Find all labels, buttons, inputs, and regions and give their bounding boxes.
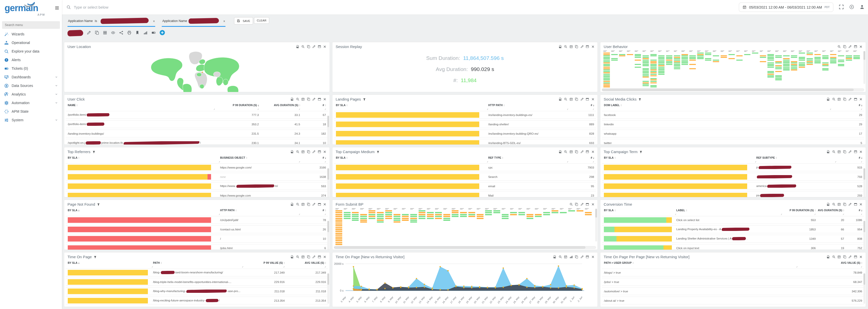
- flow-node[interactable]: [822, 65, 829, 66]
- flow-node[interactable]: [658, 60, 664, 61]
- zoom-icon[interactable]: [296, 255, 300, 259]
- flow-visualization[interactable]: [602, 50, 862, 88]
- pencil-icon[interactable]: [580, 150, 584, 154]
- flow-node[interactable]: [635, 60, 641, 61]
- flow-node[interactable]: [394, 216, 400, 217]
- flow-node[interactable]: [744, 54, 750, 55]
- close-icon[interactable]: [323, 203, 327, 206]
- flow-node[interactable]: [418, 214, 425, 215]
- vertical-scrollbar[interactable]: [863, 51, 865, 84]
- flow-node[interactable]: [791, 67, 797, 68]
- flow-node[interactable]: [335, 210, 342, 212]
- flow-node[interactable]: [418, 216, 425, 217]
- flow-node[interactable]: [603, 75, 610, 76]
- grid-icon[interactable]: [103, 31, 107, 36]
- flow-node[interactable]: [658, 61, 664, 62]
- flow-node[interactable]: [767, 75, 774, 76]
- zoom-icon[interactable]: [832, 255, 836, 259]
- flow-node[interactable]: [369, 218, 375, 219]
- zoom-icon[interactable]: [559, 255, 562, 259]
- flow-node[interactable]: [681, 61, 688, 62]
- flow-node[interactable]: [822, 64, 829, 65]
- global-search-input[interactable]: [74, 5, 276, 9]
- table-row[interactable]: /blog-why-manufacturing--ase-pro...211.0…: [66, 287, 328, 295]
- flow-node[interactable]: [775, 65, 781, 66]
- table-row[interactable]: /landing-shelter/889: [334, 120, 596, 128]
- pencil-icon[interactable]: [312, 45, 316, 49]
- remove-filter-icon[interactable]: x: [223, 20, 225, 23]
- flow-node[interactable]: [650, 86, 657, 87]
- flow-node[interactable]: [846, 57, 852, 58]
- column-resize-handle[interactable]: //: [676, 213, 782, 216]
- pencil-icon[interactable]: [848, 45, 852, 49]
- close-icon[interactable]: [323, 150, 327, 154]
- flow-node[interactable]: [650, 71, 657, 72]
- filter-funnel-icon[interactable]: [94, 255, 97, 258]
- table-row[interactable]: /portfolio-item/777.333.167: [66, 111, 328, 119]
- flow-node[interactable]: [728, 58, 735, 59]
- column-header[interactable]: P 99 DURATION (S)▴▾: [215, 102, 259, 107]
- column-resize-handle[interactable]: //: [798, 265, 862, 269]
- flow-node[interactable]: [394, 220, 400, 221]
- flow-node[interactable]: [643, 71, 649, 72]
- pencil-icon[interactable]: [312, 97, 316, 101]
- flow-node[interactable]: [603, 78, 610, 79]
- flow-node[interactable]: [752, 53, 758, 54]
- copy-icon[interactable]: [843, 45, 846, 49]
- flow-node[interactable]: [650, 67, 657, 68]
- flow-node[interactable]: [783, 61, 789, 62]
- flow-node[interactable]: [830, 62, 836, 63]
- column-header[interactable]: #▴▾: [300, 208, 326, 213]
- flow-node[interactable]: [427, 216, 434, 217]
- flow-node[interactable]: [619, 54, 625, 55]
- flow-node[interactable]: [650, 82, 657, 83]
- flow-node[interactable]: [650, 65, 657, 66]
- flow-node[interactable]: [643, 69, 649, 70]
- flow-node[interactable]: [643, 57, 649, 58]
- table-row[interactable]: /jobs.html6: [66, 244, 328, 250]
- flow-node[interactable]: [721, 55, 727, 56]
- column-header[interactable]: P 99 VALUE (S)▴▾: [243, 260, 285, 265]
- flow-node[interactable]: [767, 74, 774, 75]
- copy-icon[interactable]: [843, 97, 846, 101]
- zoom-icon[interactable]: [837, 45, 841, 49]
- cal-icon[interactable]: [301, 255, 305, 259]
- flow-node[interactable]: [830, 54, 836, 55]
- column-header[interactable]: #▴▾: [300, 155, 326, 160]
- table-row[interactable]: /cHJpdmFjaW78: [66, 216, 328, 224]
- flow-node[interactable]: [674, 68, 680, 69]
- flow-node[interactable]: [452, 212, 459, 213]
- flow-node[interactable]: [335, 233, 342, 234]
- flow-node[interactable]: [435, 218, 442, 219]
- flow-node[interactable]: [452, 216, 459, 217]
- flow-node[interactable]: [807, 53, 813, 54]
- column-resize-handle[interactable]: //: [300, 107, 326, 111]
- cal-icon[interactable]: [569, 150, 573, 154]
- flow-node[interactable]: [775, 57, 781, 58]
- flow-node[interactable]: [435, 216, 442, 217]
- flow-node[interactable]: [822, 58, 829, 59]
- column-header[interactable]: BY SLA▴▾: [604, 208, 676, 213]
- column-resize-handle[interactable]: //: [68, 213, 220, 216]
- close-icon[interactable]: [859, 255, 863, 259]
- flow-node[interactable]: [519, 214, 525, 215]
- table-row[interactable]: america528: [602, 182, 864, 190]
- flow-node[interactable]: [603, 64, 610, 65]
- flow-node[interactable]: [427, 218, 434, 219]
- cal-icon[interactable]: [301, 203, 305, 206]
- column-resize-handle[interactable]: //: [488, 160, 568, 163]
- flow-node[interactable]: [603, 79, 610, 80]
- flow-node[interactable]: [352, 212, 359, 213]
- flow-node[interactable]: [460, 212, 467, 213]
- flow-node[interactable]: [335, 235, 342, 236]
- flow-node[interactable]: [643, 75, 649, 76]
- table-row[interactable]: /es/landing-BTS-GDL-es/693: [334, 139, 596, 145]
- flow-node[interactable]: [369, 212, 375, 213]
- flow-node[interactable]: [760, 57, 766, 58]
- column-resize-handle[interactable]: //: [243, 265, 285, 269]
- window-icon[interactable]: [586, 45, 589, 49]
- column-resize-handle[interactable]: //: [285, 265, 326, 269]
- flow-node[interactable]: [853, 58, 860, 59]
- clear-button[interactable]: CLEAR: [254, 17, 269, 24]
- column-header[interactable]: BY SLA▴▾: [604, 155, 756, 160]
